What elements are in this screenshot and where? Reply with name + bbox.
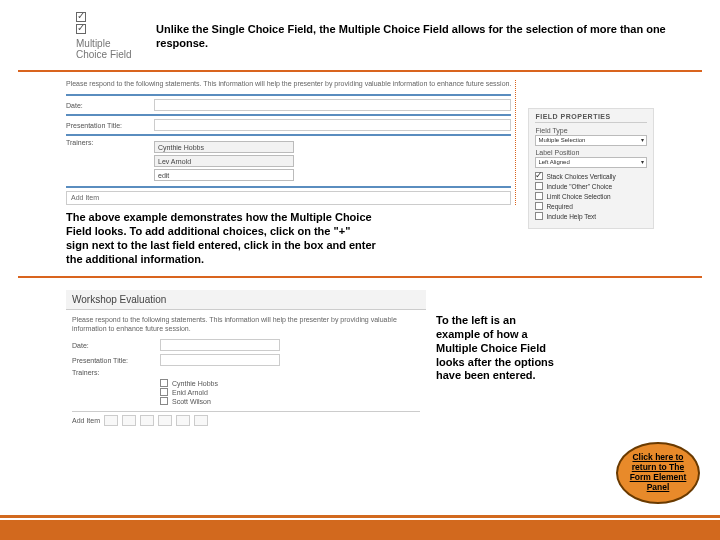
form-note-2: Please respond to the following statemen… [72, 316, 420, 333]
tool-button[interactable] [104, 415, 118, 426]
trainer-option[interactable]: Lev Arnold [154, 155, 294, 167]
date-input[interactable] [154, 99, 511, 111]
trainers-label-2: Trainers: [72, 369, 152, 376]
workshop-title: Workshop Evaluation [66, 290, 426, 310]
field-properties-panel: FIELD PROPERTIES Field Type Multiple Sel… [528, 108, 654, 229]
add-item-toolbar: Add Item [72, 411, 420, 426]
tool-button[interactable] [176, 415, 190, 426]
return-to-panel-button[interactable]: Click here to return to The Form Element… [616, 442, 700, 504]
presentation-input[interactable] [154, 119, 511, 131]
label-position-label: Label Position [535, 149, 647, 156]
return-link-text: Click here to return to The Form Element… [622, 453, 694, 492]
title-line1: Multiple [76, 38, 138, 49]
footer-bar [0, 518, 720, 540]
check-help-text[interactable]: Include Help Text [535, 212, 647, 220]
example2-caption: To the left is an example of how a Multi… [436, 290, 556, 432]
trainer-checkbox-row[interactable]: Cynthie Hobbs [160, 379, 420, 387]
field-type-value: Multiple Selection [538, 135, 585, 146]
date-input-2[interactable] [160, 339, 280, 351]
label-position-select[interactable]: Left Aligned ▾ [535, 157, 647, 168]
trainers-label: Trainers: [66, 139, 146, 146]
form-preview-1: Please respond to the following statemen… [66, 80, 516, 205]
divider [18, 276, 702, 278]
form-preview-2: Workshop Evaluation Please respond to th… [66, 290, 426, 432]
trainer-option[interactable]: Cynthie Hobbs [154, 141, 294, 153]
trainer-option-edit[interactable]: edit [154, 169, 294, 181]
date-label: Date: [66, 102, 146, 109]
chevron-down-icon: ▾ [641, 135, 644, 146]
multiple-choice-icon [76, 12, 100, 36]
intro-text: Unlike the Single Choice Field, the Mult… [156, 12, 696, 51]
tool-button[interactable] [140, 415, 154, 426]
add-item-label: Add Item [72, 417, 100, 424]
tool-button[interactable] [122, 415, 136, 426]
date-label-2: Date: [72, 342, 152, 349]
label-position-value: Left Aligned [538, 157, 569, 168]
props-header: FIELD PROPERTIES [535, 113, 647, 123]
trainer-checkbox-row[interactable]: Enid Arnold [160, 388, 420, 396]
form-note: Please respond to the following statemen… [66, 80, 511, 88]
presentation-label: Presentation Title: [66, 122, 146, 129]
presentation-label-2: Presentation Title: [72, 357, 152, 364]
presentation-input-2[interactable] [160, 354, 280, 366]
field-type-label: Field Type [535, 127, 647, 134]
add-item-button[interactable]: Add Item [66, 191, 511, 205]
tool-button[interactable] [194, 415, 208, 426]
check-other-choice[interactable]: Include "Other" Choice [535, 182, 647, 190]
trainer-checkbox-row[interactable]: Scott Wilson [160, 397, 420, 405]
divider [18, 70, 702, 72]
title-line2: Choice Field [76, 49, 138, 60]
multiple-choice-field-title: Multiple Choice Field [76, 12, 138, 60]
example1-caption: The above example demonstrates how the M… [66, 211, 376, 266]
chevron-down-icon: ▾ [641, 157, 644, 168]
tool-button[interactable] [158, 415, 172, 426]
check-limit-selection[interactable]: Limit Choice Selection [535, 192, 647, 200]
check-stack-vertically[interactable]: Stack Choices Vertically [535, 172, 647, 180]
check-required[interactable]: Required [535, 202, 647, 210]
field-type-select[interactable]: Multiple Selection ▾ [535, 135, 647, 146]
